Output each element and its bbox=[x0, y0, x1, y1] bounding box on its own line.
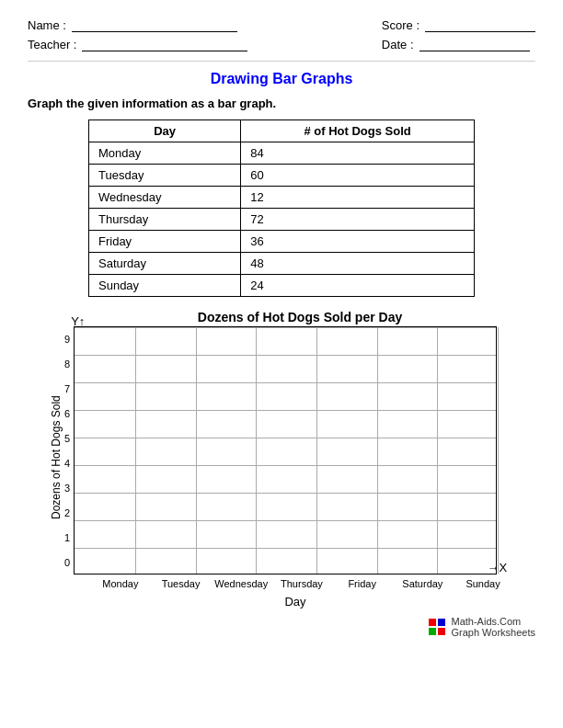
grid-line-v bbox=[316, 327, 317, 574]
grid-line-v bbox=[256, 327, 257, 574]
table-value: 72 bbox=[241, 209, 475, 231]
table-value: 24 bbox=[241, 275, 475, 297]
header-left: Name : Teacher : bbox=[28, 18, 247, 51]
y-axis-tick: 4 bbox=[64, 450, 70, 475]
grid-line-v bbox=[437, 327, 438, 574]
y-axis-tick: 1 bbox=[64, 525, 70, 550]
score-line bbox=[425, 19, 535, 32]
score-label: Score : bbox=[382, 18, 419, 32]
col1-header: Day bbox=[89, 120, 241, 142]
score-row: Score : bbox=[382, 18, 535, 32]
teacher-row: Teacher : bbox=[28, 38, 247, 51]
table-row: Thursday72 bbox=[89, 209, 475, 231]
page-title: Drawing Bar Graphs bbox=[28, 71, 535, 87]
y-axis-tick: 2 bbox=[64, 500, 70, 525]
table-row: Saturday48 bbox=[89, 253, 475, 275]
x-axis-labels: MondayTuesdayWednesdayThursdayFridaySatu… bbox=[90, 578, 513, 589]
table-value: 36 bbox=[241, 231, 475, 253]
instructions: Graph the given information as a bar gra… bbox=[28, 97, 535, 110]
grid-line-v bbox=[196, 327, 197, 574]
table-row: Tuesday60 bbox=[89, 165, 475, 187]
grid-line-v bbox=[377, 327, 378, 574]
graph-top: 0123456789 Y↑ →X bbox=[64, 326, 513, 574]
table-day: Thursday bbox=[89, 209, 241, 231]
table-day: Sunday bbox=[89, 275, 241, 297]
x-axis-tick: Tuesday bbox=[151, 578, 211, 589]
y-axis-tick: 5 bbox=[64, 426, 70, 450]
date-line bbox=[419, 39, 530, 51]
y-axis-tick: 9 bbox=[64, 326, 70, 351]
table-day: Monday bbox=[89, 142, 241, 165]
x-axis-tick: Friday bbox=[332, 578, 392, 589]
grid-line-h bbox=[75, 355, 496, 356]
date-label: Date : bbox=[382, 38, 414, 51]
header-section: Name : Teacher : Score : Date : bbox=[28, 18, 535, 51]
name-label: Name : bbox=[28, 18, 66, 32]
header-divider bbox=[28, 61, 535, 62]
x-axis-tick: Thursday bbox=[271, 578, 331, 589]
table-value: 48 bbox=[241, 253, 475, 275]
y-axis-tick: 3 bbox=[64, 475, 70, 500]
graph-with-axes: 0123456789 Y↑ →X MondayTuesdayWednesdayT… bbox=[64, 326, 513, 589]
y-axis-tick: 7 bbox=[64, 376, 70, 401]
brand-icon bbox=[429, 619, 445, 635]
grid-line-h bbox=[75, 438, 496, 438]
teacher-line bbox=[82, 39, 247, 51]
grid-line-v bbox=[498, 327, 499, 574]
name-line bbox=[72, 19, 237, 32]
table-row: Sunday24 bbox=[89, 275, 475, 297]
date-row: Date : bbox=[382, 38, 535, 51]
name-row: Name : bbox=[28, 18, 247, 32]
x-axis-tick: Monday bbox=[90, 578, 150, 589]
graph-section: Dozens of Hot Dogs Sold per Day Dozens o… bbox=[28, 310, 535, 609]
grid-line-h bbox=[75, 327, 496, 328]
grid-line-v bbox=[135, 327, 136, 574]
table-day: Friday bbox=[89, 231, 241, 253]
x-axis-tick: Saturday bbox=[393, 578, 453, 589]
table-value: 84 bbox=[241, 142, 475, 165]
branding: Math-Aids.Com Graph Worksheets bbox=[28, 616, 535, 638]
graph-area: Y↑ →X bbox=[74, 326, 497, 574]
table-value: 60 bbox=[241, 165, 475, 187]
y-axis-labels: 0123456789 bbox=[64, 326, 74, 574]
x-axis-title: Day bbox=[284, 595, 305, 609]
y-arrow: Y↑ bbox=[71, 314, 85, 328]
grid-line-h bbox=[75, 382, 496, 383]
table-day: Saturday bbox=[89, 253, 241, 275]
graph-area-wrapper: Y↑ →X bbox=[74, 326, 497, 574]
table-day: Tuesday bbox=[89, 165, 241, 187]
brand-line1: Math-Aids.Com bbox=[451, 616, 535, 627]
brand-text: Math-Aids.Com Graph Worksheets bbox=[451, 616, 535, 638]
grid-line-h bbox=[75, 520, 496, 521]
table-row: Friday36 bbox=[89, 231, 475, 253]
y-axis-tick: 6 bbox=[64, 401, 70, 426]
y-axis-tick: 8 bbox=[64, 351, 70, 376]
grid-line-h bbox=[75, 465, 496, 466]
table-row: Wednesday12 bbox=[89, 187, 475, 209]
x-axis-tick: Wednesday bbox=[212, 578, 271, 589]
y-axis-tick: 0 bbox=[64, 550, 70, 574]
grid-line-h bbox=[75, 493, 496, 494]
x-axis-tick: Sunday bbox=[454, 578, 513, 589]
table-value: 12 bbox=[241, 187, 475, 209]
teacher-label: Teacher : bbox=[28, 38, 76, 51]
y-axis-label: Dozens of Hot Dogs Sold bbox=[50, 338, 63, 577]
grid-line-h bbox=[75, 548, 496, 549]
table-row: Monday84 bbox=[89, 142, 475, 165]
header-right: Score : Date : bbox=[382, 18, 535, 51]
grid-line-h bbox=[75, 410, 496, 411]
graph-title: Dozens of Hot Dogs Sold per Day bbox=[198, 310, 402, 324]
col2-header: # of Hot Dogs Sold bbox=[241, 120, 475, 142]
brand-line2: Graph Worksheets bbox=[451, 627, 535, 638]
table-day: Wednesday bbox=[89, 187, 241, 209]
data-table: Day # of Hot Dogs Sold Monday84Tuesday60… bbox=[88, 119, 475, 297]
graph-outer: Dozens of Hot Dogs Sold 0123456789 Y↑ →X bbox=[50, 326, 513, 589]
